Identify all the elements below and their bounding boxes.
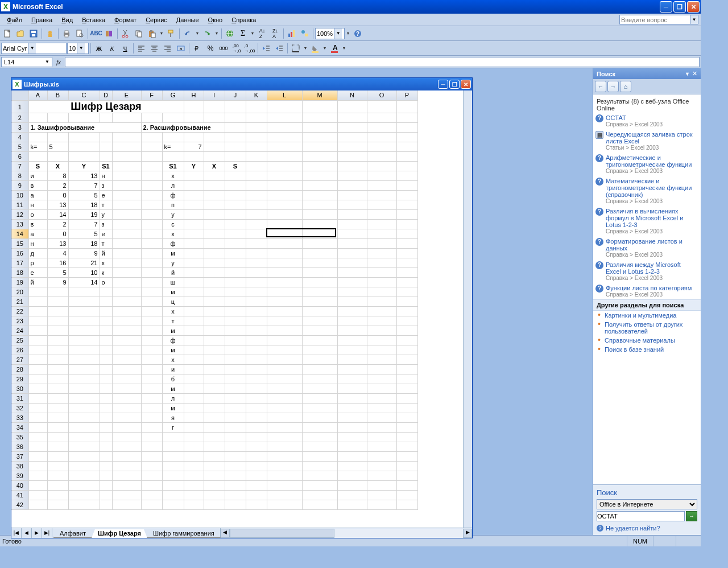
cell[interactable]: X [47, 162, 68, 171]
cell[interactable] [225, 171, 246, 181]
cell[interactable] [225, 181, 246, 191]
cell[interactable] [28, 345, 47, 355]
cell[interactable] [184, 200, 204, 210]
cell[interactable] [267, 152, 302, 162]
cell[interactable] [112, 452, 141, 462]
cell[interactable]: 14 [68, 278, 100, 287]
cell[interactable] [47, 462, 68, 471]
cell[interactable] [184, 210, 204, 220]
cell[interactable] [367, 433, 396, 442]
cell[interactable] [396, 220, 417, 229]
cell[interactable] [396, 278, 417, 287]
cell[interactable] [225, 452, 246, 462]
autosum-dropdown[interactable]: ▼ [250, 31, 255, 35]
cell[interactable] [162, 462, 184, 471]
cell[interactable] [267, 471, 302, 481]
cell[interactable] [184, 229, 204, 239]
cell[interactable]: 0 [47, 191, 68, 200]
tab-last-icon[interactable]: ▶| [42, 528, 52, 538]
cell[interactable] [246, 374, 267, 384]
cell[interactable] [47, 384, 68, 394]
cell[interactable] [246, 316, 267, 326]
cell[interactable] [225, 404, 246, 413]
cell[interactable]: Шифр Цезаря [28, 101, 184, 113]
increase-indent-icon[interactable] [273, 42, 286, 55]
cell[interactable]: м [162, 249, 184, 258]
cell[interactable] [337, 326, 367, 336]
spellcheck-icon[interactable]: ABC [90, 27, 102, 40]
cell[interactable] [396, 210, 417, 220]
cell[interactable] [141, 316, 162, 326]
cell[interactable] [302, 162, 337, 171]
cell[interactable] [28, 394, 47, 404]
cell[interactable] [396, 268, 417, 278]
cell[interactable]: у [162, 258, 184, 268]
cell[interactable] [396, 133, 417, 142]
cell[interactable] [246, 394, 267, 404]
cell[interactable] [337, 181, 367, 191]
drawing-icon[interactable] [299, 27, 311, 40]
font-color-icon[interactable]: A [328, 42, 341, 55]
cell[interactable] [367, 142, 396, 152]
cell[interactable] [68, 307, 100, 316]
cell[interactable] [100, 462, 112, 471]
cell[interactable] [68, 326, 100, 336]
cell[interactable] [396, 471, 417, 481]
cell[interactable] [100, 152, 112, 162]
tab-prev-icon[interactable]: ◀ [22, 528, 32, 538]
cell[interactable] [184, 442, 204, 452]
cell[interactable]: х [162, 171, 184, 181]
cell[interactable] [100, 384, 112, 394]
row-header[interactable]: 9 [11, 181, 28, 191]
cell[interactable] [100, 355, 112, 365]
cell[interactable] [68, 355, 100, 365]
cell[interactable] [337, 452, 367, 462]
cell[interactable] [112, 181, 141, 191]
cell[interactable] [28, 423, 47, 433]
cell[interactable] [184, 133, 204, 142]
cell[interactable] [184, 355, 204, 365]
cell[interactable] [204, 210, 225, 220]
cell[interactable]: к [100, 268, 112, 278]
cell[interactable] [141, 384, 162, 394]
cell[interactable] [337, 162, 367, 171]
doc-minimize-button[interactable]: ─ [438, 80, 448, 89]
cell[interactable] [246, 239, 267, 249]
row-header[interactable]: 12 [11, 210, 28, 220]
cell[interactable] [337, 374, 367, 384]
cell[interactable] [302, 101, 337, 113]
row-header[interactable]: 26 [11, 345, 28, 355]
cell[interactable]: м [162, 326, 184, 336]
cell[interactable] [204, 171, 225, 181]
cell[interactable] [112, 210, 141, 220]
row-header[interactable]: 20 [11, 287, 28, 297]
cell[interactable] [204, 326, 225, 336]
cell[interactable] [367, 413, 396, 423]
row-header[interactable]: 22 [11, 307, 28, 316]
row-header[interactable]: 34 [11, 423, 28, 433]
cell[interactable] [112, 297, 141, 307]
cell[interactable] [337, 394, 367, 404]
row-header[interactable]: 28 [11, 365, 28, 374]
cell[interactable]: 14 [47, 210, 68, 220]
cell[interactable]: S [225, 162, 246, 171]
cell[interactable] [141, 171, 162, 181]
cell[interactable] [246, 452, 267, 462]
cell[interactable] [204, 442, 225, 452]
search-result-item[interactable]: ?Различия между Microsoft Excel и Lotus … [593, 260, 701, 283]
cell[interactable] [141, 152, 162, 162]
cell[interactable] [68, 142, 100, 152]
cell[interactable]: у [162, 210, 184, 220]
cell[interactable] [112, 336, 141, 345]
cell[interactable] [204, 239, 225, 249]
search-go-button[interactable]: → [686, 511, 697, 521]
row-header[interactable]: 8 [11, 171, 28, 181]
cell[interactable] [28, 316, 47, 326]
col-header-G[interactable]: G [162, 90, 184, 101]
cell[interactable] [47, 287, 68, 297]
cell[interactable] [141, 423, 162, 433]
cell[interactable] [337, 220, 367, 229]
font-name-combo[interactable]: Arial Cyr▼ [1, 43, 67, 54]
cell[interactable] [337, 316, 367, 326]
sort-desc-icon[interactable]: Z↓A [269, 27, 282, 40]
